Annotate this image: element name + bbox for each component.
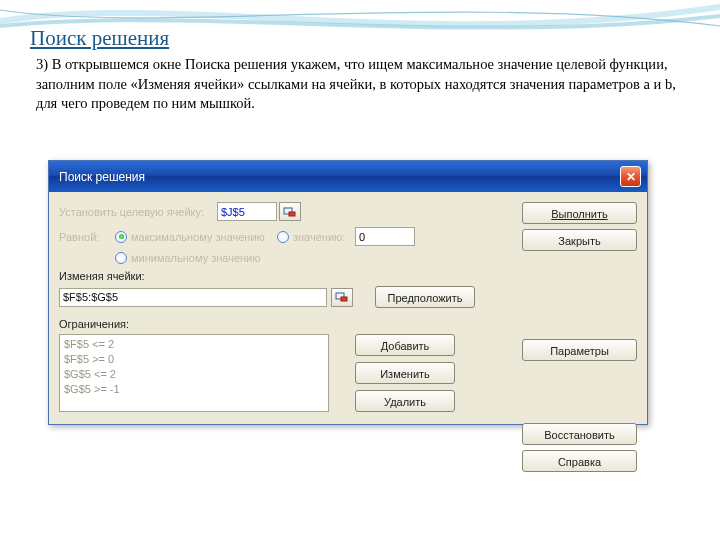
close-button[interactable]: Закрыть (522, 229, 637, 251)
radio-max[interactable] (115, 231, 127, 243)
solver-dialog: Поиск решения ✕ Выполнить Закрыть Параме… (48, 160, 648, 425)
target-cell-input[interactable] (217, 202, 277, 221)
constraint-item[interactable]: $F$5 <= 2 (64, 337, 324, 352)
constraint-item[interactable]: $F$5 >= 0 (64, 352, 324, 367)
constraints-list[interactable]: $F$5 <= 2 $F$5 >= 0 $G$5 <= 2 $G$5 >= -1 (59, 334, 329, 412)
restore-button[interactable]: Восстановить (522, 423, 637, 445)
ref-picker-icon[interactable] (279, 202, 301, 221)
constraint-item[interactable]: $G$5 >= -1 (64, 382, 324, 397)
execute-button[interactable]: Выполнить (522, 202, 637, 224)
slide-text: В открывшемся окне Поиска решения укажем… (36, 56, 676, 111)
dialog-title: Поиск решения (59, 170, 145, 184)
radio-value-label: значению: (293, 231, 355, 243)
radio-value[interactable] (277, 231, 289, 243)
svg-rect-3 (341, 297, 347, 301)
guess-button[interactable]: Предположить (375, 286, 475, 308)
value-input[interactable] (355, 227, 415, 246)
target-cell-label: Установить целевую ячейку: (59, 206, 217, 218)
delete-button[interactable]: Удалить (355, 390, 455, 412)
radio-min[interactable] (115, 252, 127, 264)
ref-picker-icon[interactable] (331, 288, 353, 307)
dialog-titlebar[interactable]: Поиск решения ✕ (49, 161, 647, 192)
add-button[interactable]: Добавить (355, 334, 455, 356)
help-button[interactable]: Справка (522, 450, 637, 472)
radio-min-label: минимальному значению (131, 252, 261, 264)
step-number: 3) (36, 56, 48, 72)
changing-cells-input[interactable] (59, 288, 327, 307)
close-icon[interactable]: ✕ (620, 166, 641, 187)
equal-label: Равной: (59, 231, 115, 243)
change-button[interactable]: Изменить (355, 362, 455, 384)
constraint-item[interactable]: $G$5 <= 2 (64, 367, 324, 382)
params-button[interactable]: Параметры (522, 339, 637, 361)
decorative-swoosh (0, 0, 720, 48)
slide-body: 3) В открывшемся окне Поиска решения ука… (0, 51, 720, 114)
radio-max-label: максимальному значению (131, 231, 277, 243)
svg-rect-1 (289, 212, 295, 216)
